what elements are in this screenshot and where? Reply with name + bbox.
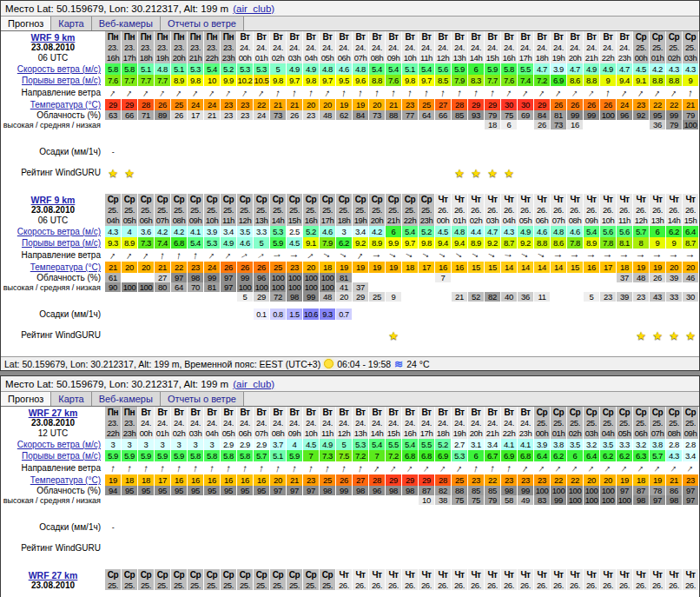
hour-cell: 02h <box>567 428 584 439</box>
cloud-low-cell <box>369 505 386 514</box>
tab-карта[interactable]: Карта <box>51 392 91 406</box>
precipitation-cell <box>501 146 518 157</box>
wind-speed-row-label-link[interactable]: Скорость ветра (м/с) <box>17 227 101 236</box>
tab-веб-камеры[interactable]: Веб-камеры <box>92 17 161 30</box>
cloud-low-cell <box>402 129 419 139</box>
spacer <box>1 182 105 194</box>
row-labels-D: WRF 27 km23.08.2010 <box>1 569 105 590</box>
location-link[interactable]: (air_club) <box>233 3 274 14</box>
day-cell: Ср <box>336 194 353 204</box>
cloud-high-cell <box>369 273 386 282</box>
temperature-row-label-link[interactable]: Температура (°C) <box>30 100 101 109</box>
cloud-mid-cell <box>402 120 419 129</box>
cloud-mid-cell <box>320 495 336 505</box>
temperature-cell: 21 <box>155 262 171 273</box>
temperature-cell: 19 <box>369 262 386 273</box>
hour-cell: 16h <box>105 52 122 63</box>
wind-speed-row-label-link[interactable]: Скорость ветра (м/с) <box>17 440 101 449</box>
wind-direction-arrow-icon: ↑ <box>157 87 167 98</box>
wind-direction-cell: ↑ <box>485 461 501 474</box>
wind-gust-cell: 8.7 <box>683 237 699 249</box>
rating-cell <box>600 327 617 344</box>
date-cell: 24. <box>369 417 386 428</box>
temperature-cell: 15 <box>485 262 501 273</box>
date-cell: 25. <box>584 417 600 428</box>
temperature-cell: 20 <box>138 262 155 273</box>
model-name-link[interactable]: WRF 9 km <box>31 195 76 205</box>
wind-gusts-row-label-link[interactable]: Порывы ветра (м/с) <box>22 76 101 85</box>
tab-веб-камеры[interactable]: Веб-камеры <box>92 392 161 406</box>
model-name-link[interactable]: WRF 27 km <box>29 408 78 418</box>
rating-cell <box>567 540 584 557</box>
precipitation-cell <box>188 308 204 320</box>
temperature-cell: 23 <box>221 99 237 110</box>
wind-speed-cell: 4.2 <box>155 226 171 237</box>
rating-cell <box>452 540 468 557</box>
wind-gust-cell: 5.8 <box>188 450 204 461</box>
cloud-low-cell <box>501 505 518 514</box>
model-name-link[interactable]: WRF 27 km <box>29 570 78 580</box>
wind-gusts-row-label-link[interactable]: Порывы ветра (м/с) <box>22 238 101 248</box>
cloud-low-cell <box>650 129 666 139</box>
rating-cell <box>320 164 336 182</box>
date-cell: 24. <box>518 42 534 52</box>
spacer-row <box>105 557 699 569</box>
temperature-cell: 25 <box>452 474 468 486</box>
tab-прогноз[interactable]: Прогноз <box>1 392 51 406</box>
windguru-forecast-app: Место Lat: 50.159679, Lon: 30.212317, Al… <box>0 0 700 597</box>
precipitation-cell <box>468 146 485 157</box>
tab-прогноз[interactable]: Прогноз <box>1 17 51 30</box>
wind-gust-cell: 10.5 <box>254 75 270 86</box>
wind-direction-arrow-icon: ↑ <box>636 87 645 98</box>
temperature-row-label-link[interactable]: Температура (°C) <box>30 262 101 272</box>
day-cell: Чт <box>567 194 584 204</box>
wind-speed-row-label-link[interactable]: Скорость ветра (м/с) <box>17 64 101 74</box>
cloud-high-row: 9495959595959595959597979798999896989887… <box>105 486 699 495</box>
rating-cell <box>650 164 666 182</box>
date-cell: 25. <box>320 204 336 215</box>
cloud-high-cell: 78 <box>650 486 666 495</box>
day-cell: Вт <box>303 31 320 42</box>
cloud-low-cell <box>353 505 369 514</box>
cloud-high-cell <box>567 273 584 282</box>
day-cell: Чт <box>402 569 419 580</box>
tab-отчеты-о-ветре[interactable]: Отчеты о ветре <box>161 17 244 30</box>
model-name-link[interactable]: WRF 9 km <box>31 32 76 43</box>
wind-direction-arrow-icon: ↑ <box>192 462 199 474</box>
wind-direction-arrow-icon: ↑ <box>324 462 332 474</box>
date-cell: 24. <box>303 417 320 428</box>
wind-gusts-row-label-link[interactable]: Порывы ветра (м/с) <box>22 451 101 461</box>
wind-speed-cell: 3.5 <box>567 439 584 450</box>
wind-direction-arrow-icon: ↑ <box>207 87 216 98</box>
hour-cell: 02h <box>171 428 188 439</box>
location-link[interactable]: (air_club) <box>233 379 274 389</box>
wind-direction-arrow-icon: ↑ <box>126 462 133 474</box>
hour-cell: 15h <box>683 215 699 226</box>
cloud-mid-cell: 100 <box>617 495 633 505</box>
cloud-low-cell <box>336 129 353 139</box>
date-cell: 25. <box>353 204 369 215</box>
spacer-row <box>105 344 699 356</box>
tab-отчеты-о-ветре[interactable]: Отчеты о ветре <box>161 392 244 406</box>
cloud-low-row: 5297298994820292592152824036115233923433… <box>105 292 699 302</box>
wind-direction-cell: ↑ <box>683 249 699 262</box>
wind-gust-cell: 7.7 <box>485 75 501 86</box>
hour-cell: 10h <box>402 52 419 63</box>
cloud-high-row: 6127979899979996100100100100817374826394… <box>105 273 699 282</box>
wind-direction-arrow-icon: ↑ <box>258 462 265 474</box>
wind-direction-cell: ↑ <box>188 249 204 262</box>
day-cell: Вт <box>336 31 353 42</box>
hour-cell: 20h <box>567 52 584 63</box>
model-name: WRF 9 km <box>1 195 105 205</box>
rating-cell: ★ <box>633 327 650 344</box>
hour-cell: 05h <box>221 428 237 439</box>
tab-карта[interactable]: Карта <box>51 17 91 30</box>
cloud-mid-cell <box>287 120 303 129</box>
temperature-cell: 16 <box>237 474 254 486</box>
temperature-cell: 18 <box>122 474 138 486</box>
cloud-high-cell: 37 <box>617 273 633 282</box>
cloud-high-cell: 46 <box>683 273 699 282</box>
temperature-row-label-link[interactable]: Температура (°C) <box>30 475 101 485</box>
wind-direction-arrow-icon: ↑ <box>307 87 314 98</box>
day-cell: Ср <box>353 194 369 204</box>
